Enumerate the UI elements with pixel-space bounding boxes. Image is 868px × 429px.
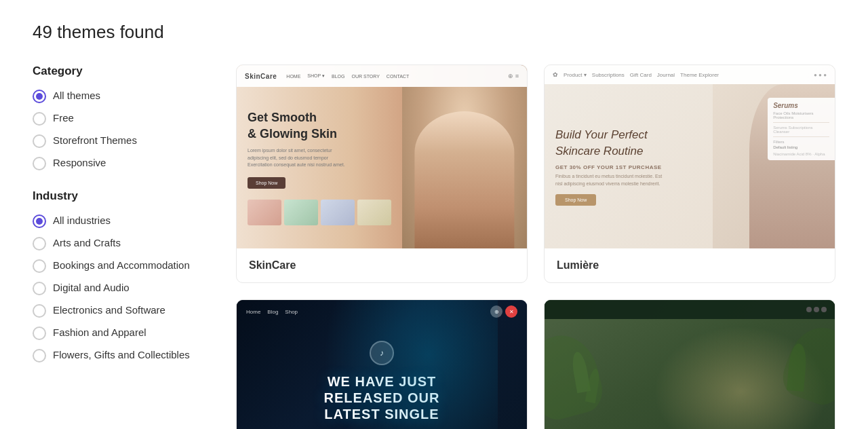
filter-all-themes[interactable]: All themes (33, 89, 209, 103)
theme-preview-music: Home Blog Shop ⊕ ✕ ♪ WE HAVE (237, 300, 527, 429)
industry-section: Industry All industries Arts and Crafts … (33, 189, 209, 362)
filter-free[interactable]: Free (33, 111, 209, 126)
radio-all-industries (33, 214, 46, 228)
label-all-themes: All themes (53, 89, 100, 102)
theme-preview-skincare: SkinCare HOME SHOP ▾ BLOG OUR STORY CONT… (237, 65, 527, 248)
main-layout: Category All themes Free Storefront Them… (33, 64, 835, 429)
radio-bookings (33, 259, 46, 273)
filter-electronics[interactable]: Electronics and Software (33, 303, 209, 318)
filter-all-industries[interactable]: All industries (33, 214, 209, 228)
label-arts-crafts: Arts and Crafts (53, 236, 121, 250)
radio-free (33, 112, 46, 126)
filter-arts-crafts[interactable]: Arts and Crafts (33, 236, 209, 250)
theme-card-music[interactable]: Home Blog Shop ⊕ ✕ ♪ WE HAVE (236, 299, 528, 429)
filter-responsive[interactable]: Responsive (33, 156, 209, 170)
radio-fashion (33, 327, 46, 340)
radio-flowers (33, 349, 46, 362)
filter-storefront-themes[interactable]: Storefront Themes (33, 134, 209, 148)
filter-fashion[interactable]: Fashion and Apparel (33, 326, 209, 340)
sidebar: Category All themes Free Storefront Them… (33, 64, 209, 429)
radio-electronics (33, 304, 46, 318)
theme-label-skincare: SkinCare (237, 248, 527, 282)
filter-flowers[interactable]: Flowers, Gifts and Collectibles (33, 348, 209, 362)
label-all-industries: All industries (53, 214, 111, 227)
label-digital-audio: Digital and Audio (53, 281, 130, 295)
page-container: 49 themes found Category All themes Free… (0, 0, 868, 429)
radio-digital-audio (33, 282, 46, 295)
theme-preview-lumiere: ✿ Product ▾ Subscriptions Gift Card Jour… (545, 65, 835, 248)
theme-card-skincare[interactable]: SkinCare HOME SHOP ▾ BLOG OUR STORY CONT… (236, 64, 528, 283)
label-responsive: Responsive (53, 156, 106, 170)
label-bookings: Bookings and Accommodation (53, 259, 190, 272)
results-count: 49 themes found (33, 22, 835, 43)
label-storefront-themes: Storefront Themes (53, 134, 137, 147)
industry-title: Industry (33, 189, 209, 203)
filter-digital-audio[interactable]: Digital and Audio (33, 281, 209, 295)
themes-grid: SkinCare HOME SHOP ▾ BLOG OUR STORY CONT… (236, 64, 835, 429)
radio-responsive (33, 157, 46, 170)
label-free: Free (53, 111, 74, 125)
radio-storefront-themes (33, 134, 46, 148)
radio-arts-crafts (33, 237, 46, 250)
category-section: Category All themes Free Storefront Them… (33, 64, 209, 170)
category-title: Category (33, 64, 209, 78)
label-electronics: Electronics and Software (53, 303, 165, 317)
theme-card-lumiere[interactable]: ✿ Product ▾ Subscriptions Gift Card Jour… (544, 64, 835, 283)
theme-preview-plants: Plants made easy (545, 300, 835, 429)
filter-bookings[interactable]: Bookings and Accommodation (33, 259, 209, 273)
theme-label-lumiere: Lumière (545, 248, 835, 282)
label-fashion: Fashion and Apparel (53, 326, 146, 339)
theme-card-plants[interactable]: Plants made easy (544, 299, 835, 429)
radio-all-themes (33, 90, 46, 103)
label-flowers: Flowers, Gifts and Collectibles (53, 348, 190, 362)
